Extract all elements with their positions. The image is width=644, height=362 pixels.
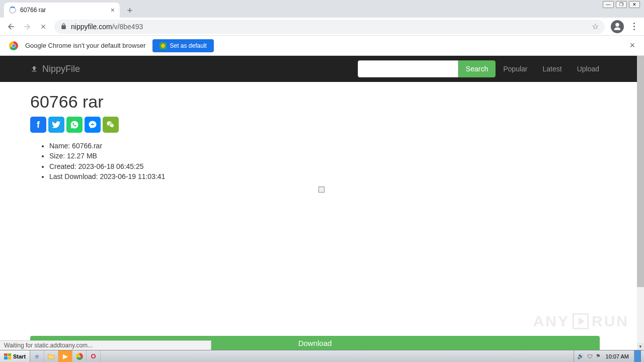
share-facebook-button[interactable]: f [30, 117, 46, 133]
chrome-logo-icon [9, 41, 18, 50]
brand-text: NippyFile [42, 64, 80, 74]
tab-title: 60766 rar [20, 7, 107, 14]
nav-link-popular[interactable]: Popular [496, 65, 535, 73]
show-desktop-button[interactable] [634, 350, 641, 362]
taskbar-explorer-icon[interactable] [44, 350, 58, 362]
scrollbar-down-arrow-icon[interactable]: ▼ [637, 343, 644, 350]
system-tray: 🔊 🛡 ⚑ 10:07 AM [574, 350, 644, 362]
start-button[interactable]: Start [0, 350, 30, 362]
nav-link-upload[interactable]: Upload [570, 65, 607, 73]
set-default-label: Set as default [170, 42, 206, 49]
lock-icon [60, 23, 67, 30]
site-navbar: NippyFile Search Popular Latest Upload [0, 56, 637, 82]
window-maximize-button[interactable]: ❐ [616, 1, 627, 8]
taskbar-quicklaunch: e ▶ O [30, 350, 101, 362]
page-heading: 60766 rar [30, 92, 607, 112]
upload-icon [30, 65, 38, 73]
address-bar[interactable]: nippyfile.com/v/8be493 ☆ [54, 20, 605, 34]
search-button[interactable]: Search [458, 60, 496, 77]
search-input[interactable] [358, 60, 458, 77]
search-group: Search [358, 60, 496, 77]
browser-menu-button[interactable] [628, 23, 640, 30]
forward-button[interactable] [20, 20, 34, 34]
nav-link-latest[interactable]: Latest [535, 65, 569, 73]
page-content: 60766 rar f Name: 60766.rar Size: 12.27 [0, 82, 637, 192]
default-browser-infobar: Google Chrome isn't your default browser… [0, 36, 644, 56]
taskbar-clock[interactable]: 10:07 AM [604, 353, 631, 359]
share-messenger-button[interactable] [85, 117, 101, 133]
scrollbar-thumb[interactable] [637, 56, 644, 287]
back-button[interactable] [4, 20, 18, 34]
file-details-list: Name: 60766.rar Size: 12.27 MB Created: … [30, 141, 607, 182]
tray-flag-icon[interactable]: ⚑ [596, 353, 601, 359]
page-viewport: NippyFile Search Popular Latest Upload 6… [0, 56, 644, 350]
windows-taskbar: Start e ▶ O 🔊 🛡 ⚑ 10:07 AM [0, 350, 644, 362]
bookmark-star-icon[interactable]: ☆ [592, 22, 599, 31]
windows-flag-icon [4, 353, 11, 359]
detail-created: Created: 2023-06-18 06:45:25 [49, 161, 607, 171]
browser-tabstrip: 60766 rar × + [0, 0, 644, 18]
detail-size: Size: 12.27 MB [49, 151, 607, 161]
share-row: f [30, 117, 607, 133]
taskbar-ie-icon[interactable]: e [30, 350, 44, 362]
browser-status-bar: Waiting for static.addtoany.com... [0, 340, 211, 350]
tray-security-icon[interactable]: 🛡 [587, 353, 593, 359]
taskbar-media-icon[interactable]: ▶ [58, 350, 72, 362]
shield-icon [159, 42, 167, 49]
url-text: nippyfile.com/v/8be493 [71, 23, 588, 31]
window-close-button[interactable]: ✕ [629, 1, 640, 8]
tab-close-button[interactable]: × [111, 6, 115, 14]
share-whatsapp-button[interactable] [66, 117, 83, 133]
window-controls: — ❐ ✕ [603, 1, 640, 8]
infobar-close-button[interactable]: × [629, 40, 635, 51]
loading-spinner-icon [9, 7, 16, 14]
browser-tab[interactable]: 60766 rar × [4, 3, 120, 18]
loading-placeholder-icon [318, 187, 325, 193]
share-wechat-button[interactable] [103, 117, 119, 133]
stop-button[interactable] [36, 20, 50, 34]
window-minimize-button[interactable]: — [603, 1, 614, 8]
taskbar-opera-icon[interactable]: O [87, 350, 101, 362]
browser-toolbar: nippyfile.com/v/8be493 ☆ [0, 18, 644, 36]
infobar-text: Google Chrome isn't your default browser [25, 42, 145, 49]
profile-avatar-button[interactable] [611, 20, 624, 33]
tray-volume-icon[interactable]: 🔊 [577, 353, 584, 359]
detail-last-download: Last Download: 2023-06-19 11:03:41 [49, 171, 607, 182]
vertical-scrollbar[interactable]: ▼ [637, 56, 644, 350]
start-label: Start [13, 353, 26, 359]
site-brand[interactable]: NippyFile [30, 64, 80, 74]
taskbar-chrome-icon[interactable] [72, 350, 87, 362]
set-default-button[interactable]: Set as default [152, 39, 213, 52]
new-tab-button[interactable]: + [123, 4, 137, 18]
share-twitter-button[interactable] [48, 117, 64, 133]
detail-name: Name: 60766.rar [49, 141, 607, 151]
